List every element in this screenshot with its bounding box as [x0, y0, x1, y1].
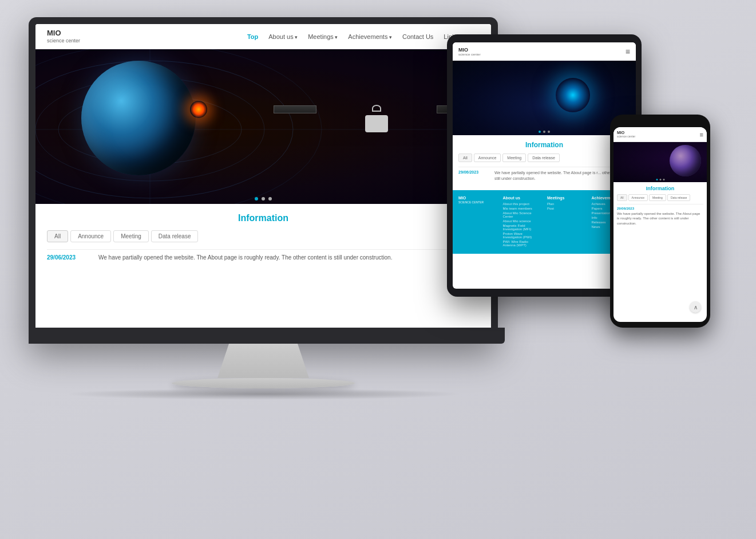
- tab-data-release[interactable]: Data release: [151, 230, 199, 242]
- tablet-tab-meeting[interactable]: Meeting: [502, 154, 526, 162]
- tablet-info: Information All Announce Meeting Data re…: [453, 135, 636, 190]
- phone-text: We have partially opened the website. Th…: [617, 211, 703, 226]
- info-text-1: We have partially opened the website. Th…: [98, 254, 392, 261]
- tablet-tab-data-release[interactable]: Data release: [528, 154, 560, 162]
- tablet-info-row: 29/06/2023 We have partially opened the …: [458, 167, 630, 184]
- tablet-dot-2[interactable]: [543, 131, 545, 133]
- monitor-chin: [35, 328, 505, 344]
- monitor-frame: MIO science center Top About us Meetings…: [29, 17, 498, 344]
- tablet-hero-dots: [539, 131, 550, 133]
- site-logo: MIO science center: [47, 29, 80, 43]
- hero-section: [35, 49, 491, 204]
- phone-hero-dots: [656, 179, 664, 180]
- phone-tab-meeting[interactable]: Meeting: [649, 194, 666, 201]
- tablet-footer-link-4[interactable]: About Mio science: [503, 219, 542, 223]
- phone-hamburger[interactable]: ≡: [700, 131, 703, 138]
- tablet-logo: MIO science center: [458, 47, 481, 56]
- phone-hero: [613, 142, 707, 182]
- hero-dot-1[interactable]: [255, 197, 258, 200]
- monitor-stand: [206, 344, 320, 378]
- phone-nav: MIO science center ≡: [613, 127, 707, 142]
- phone-logo: MIO science center: [617, 131, 635, 138]
- tablet-footer-link-5[interactable]: Magnetic Field Investigation (MFI): [503, 224, 542, 231]
- tablet-date: 29/06/2023: [458, 170, 490, 182]
- tablet-footer-logo: MIOSCIENCE CENTER: [458, 196, 497, 204]
- tablet-tab-all[interactable]: All: [458, 154, 472, 162]
- tablet-star-burst: [556, 78, 590, 112]
- site-nav: MIO science center Top About us Meetings…: [35, 24, 491, 49]
- tablet-nav: MIO science center ≡: [453, 42, 636, 61]
- scene: MIO science center Top About us Meetings…: [0, 0, 756, 539]
- tab-announce[interactable]: Announce: [70, 230, 111, 242]
- tablet-footer-col3: Meetings Plan Post: [547, 196, 586, 248]
- phone-device: MIO science center ≡ Information: [610, 115, 710, 328]
- hero-satellite: [319, 101, 434, 147]
- tablet-hamburger[interactable]: ≡: [626, 47, 630, 56]
- hero-earth: [81, 61, 196, 175]
- tablet-footer-link-6[interactable]: Proton Wave Investigation (PWI): [503, 232, 542, 239]
- nav-links: Top About us Meetings Achievements Conta…: [247, 33, 480, 40]
- phone-tab-data-release[interactable]: Data release: [667, 194, 690, 201]
- desktop-monitor: MIO science center Top About us Meetings…: [29, 17, 498, 400]
- tab-all[interactable]: All: [47, 230, 68, 242]
- phone-planet: [670, 145, 701, 176]
- tablet-footer-link-3[interactable]: About Mio Science Center: [503, 211, 542, 218]
- info-tabs: All Announce Meeting Data release: [47, 230, 480, 242]
- hero-dots: [255, 197, 272, 200]
- satellite-panel-left: [274, 105, 316, 113]
- nav-about[interactable]: About us: [268, 33, 298, 40]
- tablet-info-title: Information: [458, 141, 630, 149]
- tablet-footer-plan[interactable]: Plan: [547, 202, 586, 206]
- tablet-footer-post[interactable]: Post: [547, 207, 586, 210]
- phone-dot-2[interactable]: [659, 179, 661, 180]
- tablet-tab-announce[interactable]: Announce: [474, 154, 501, 162]
- monitor-shadow: [63, 388, 464, 400]
- phone-info-row: 29/06/2023 We have partially opened the …: [617, 204, 703, 228]
- tablet-tabs: All Announce Meeting Data release: [458, 154, 630, 162]
- tablet-footer-col2: About us About this project Mio team mem…: [503, 196, 542, 248]
- tablet-footer-link-1[interactable]: About this project: [503, 202, 542, 206]
- tablet-footer-about-title: About us: [503, 196, 542, 200]
- phone-info: Information All Announce Meeting Data re…: [613, 182, 707, 231]
- phone-scroll-top-button[interactable]: ∧: [690, 301, 701, 313]
- hero-dot-3[interactable]: [268, 197, 272, 200]
- tab-meeting[interactable]: Meeting: [113, 230, 149, 242]
- monitor-base: [172, 378, 355, 388]
- phone-tab-announce[interactable]: Announce: [628, 194, 648, 201]
- phone-frame: MIO science center ≡ Information: [610, 115, 710, 328]
- tablet-footer-col1: MIOSCIENCE CENTER: [458, 196, 497, 248]
- tablet-footer: MIOSCIENCE CENTER About us About this pr…: [453, 190, 636, 254]
- monitor-screen: MIO science center Top About us Meetings…: [35, 24, 491, 328]
- info-date-1: 29/06/2023: [47, 254, 87, 261]
- phone-date: 29/06/2023: [617, 207, 703, 210]
- nav-top[interactable]: Top: [247, 33, 258, 40]
- tablet-hero: [453, 61, 636, 135]
- nav-meetings[interactable]: Meetings: [308, 33, 338, 40]
- phone-notch: [646, 120, 675, 125]
- tablet-dot-3[interactable]: [548, 131, 550, 133]
- tablet-footer-link-2[interactable]: Mio team members: [503, 207, 542, 210]
- hero-dot-2[interactable]: [262, 197, 265, 200]
- tablet-screen: MIO science center ≡ Information: [453, 42, 636, 289]
- tablet-dot-1[interactable]: [539, 131, 541, 133]
- phone-tabs: All Announce Meeting Data release: [617, 194, 703, 201]
- nav-achievements[interactable]: Achievements: [348, 33, 392, 40]
- info-title: Information: [47, 213, 480, 223]
- satellite-body: [365, 115, 388, 132]
- info-row-1: 29/06/2023 We have partially opened the …: [47, 249, 480, 265]
- tablet-footer-meetings-title: Meetings: [547, 196, 586, 200]
- tablet-footer-link-7[interactable]: PWI: Wire Radio Antenna (WPT): [503, 240, 542, 247]
- phone-dot-3[interactable]: [663, 179, 664, 180]
- phone-dot-1[interactable]: [656, 179, 658, 180]
- phone-tab-all[interactable]: All: [617, 194, 627, 201]
- phone-screen: MIO science center ≡ Information: [613, 127, 707, 322]
- info-section: Information All Announce Meeting Data re…: [35, 204, 491, 274]
- nav-contact[interactable]: Contact Us: [402, 33, 433, 40]
- phone-info-title: Information: [617, 186, 703, 191]
- satellite-dish: [372, 105, 381, 112]
